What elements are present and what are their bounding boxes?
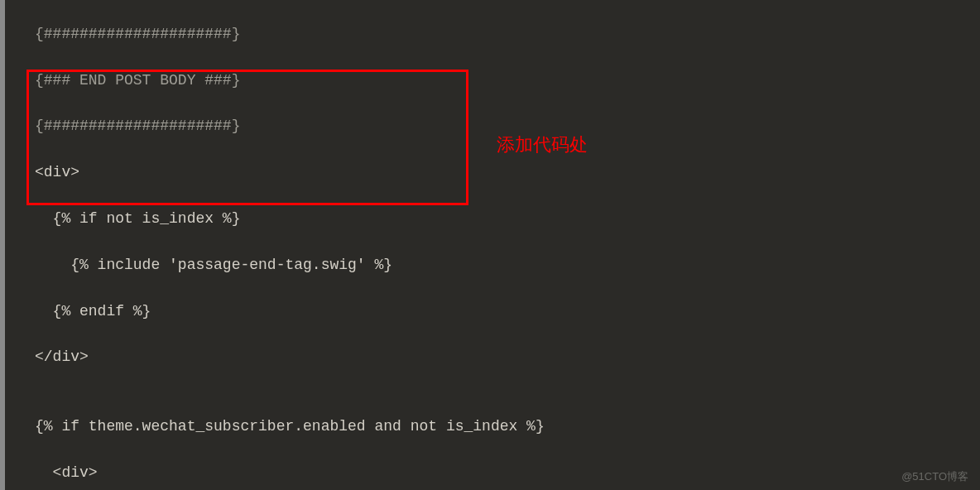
annotation-label: 添加代码处 <box>497 131 588 159</box>
code-line: {% if theme.wechat_subscriber.enabled an… <box>35 416 980 439</box>
code-line: {% include 'passage-end-tag.swig' %} <box>35 254 980 277</box>
code-line: <div> <box>35 462 980 485</box>
code-line: {#####################} <box>35 23 980 46</box>
code-line: <div> <box>35 161 980 185</box>
code-line: </div> <box>35 346 980 369</box>
code-line: {### END POST BODY ###} <box>35 70 980 93</box>
code-line: {% endif %} <box>35 300 980 324</box>
watermark-text: @51CTO博客 <box>901 468 968 485</box>
code-block: {#####################} {### END POST BO… <box>5 0 980 490</box>
code-line: {% if not is_index %} <box>35 208 980 231</box>
